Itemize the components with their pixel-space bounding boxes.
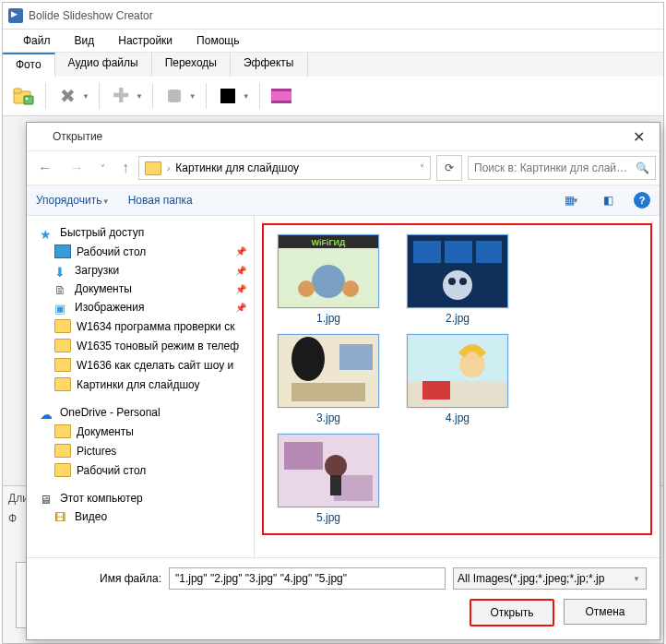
pc-icon: 🖥 [40,493,54,505]
nav-item-folder[interactable]: Документы [27,422,254,441]
dropdown-icon[interactable]: ▼ [82,92,89,101]
nav-item-desktop[interactable]: Рабочий стол📌 [27,242,254,261]
pin-icon: 📌 [235,246,246,256]
nav-item-downloads[interactable]: ⬇Загрузки📌 [27,261,254,280]
menu-help[interactable]: Помощь [185,32,250,49]
menubar: Файл Вид Настройки Помощь [3,30,663,53]
dialog-title: Открытие [53,130,102,143]
open-files-button[interactable] [10,82,38,110]
file-thumbnail [407,234,508,308]
nav-back-icon[interactable]: ← [30,156,60,180]
cancel-button[interactable]: Отмена [564,599,647,625]
folder-icon [54,358,71,372]
close-icon[interactable]: ✕ [625,128,652,146]
file-thumbnail: WiFiГИД [278,234,379,308]
nav-item-folder[interactable]: W1634 программа проверки ск [27,316,254,336]
dropdown-icon[interactable]: ▼ [243,92,250,101]
images-icon: ▣ [54,302,69,314]
file-grid: WiFiГИД 1.jpg 2.jpg 3.jpg [262,223,652,535]
nav-recent-icon[interactable]: ˅ [93,160,113,177]
svg-point-10 [312,265,345,298]
nav-item-video[interactable]: 🎞Видео [27,507,254,526]
svg-rect-16 [476,241,502,263]
nav-item-folder[interactable]: Картинки для слайдшоу [27,375,254,394]
cloud-icon: ☁ [40,407,54,419]
svg-rect-5 [271,89,291,91]
square-button[interactable] [161,82,188,110]
nav-quick-access[interactable]: ★ Быстрый доступ [27,223,254,242]
svg-rect-29 [284,442,323,470]
dialog-toolbar: Упорядочить ▼ Новая папка ▦ ▼ ◧ ? [27,185,660,216]
file-item[interactable]: 3.jpg [273,334,384,424]
search-input[interactable]: Поиск в: Картинки для слай… 🔍 [468,156,656,180]
address-bar[interactable]: › Картинки для слайдшоу ˅ [138,156,431,180]
file-item[interactable]: WiFiГИД 1.jpg [273,234,384,325]
path-segment[interactable]: Картинки для слайдшоу [175,161,299,174]
organize-button[interactable]: Упорядочить ▼ [36,194,112,207]
svg-point-3 [26,98,29,101]
file-name: 3.jpg [316,411,340,424]
open-button[interactable]: Открыть [470,599,554,626]
file-item[interactable]: 2.jpg [402,234,513,325]
delete-button[interactable]: ✖ [54,82,81,110]
svg-rect-2 [24,96,33,104]
tab-effects[interactable]: Эффекты [231,53,308,77]
dialog-footer: Имя файла: All Images(*.jpg;*.jpeg;*.jp;… [27,557,660,639]
add-button[interactable]: ✚ [107,82,135,110]
video-icon: 🎞 [54,511,69,523]
pin-icon: 📌 [235,266,246,276]
nav-item-images[interactable]: ▣Изображения📌 [27,298,254,316]
star-icon: ★ [40,227,54,239]
nav-item-folder[interactable]: Рабочий стол [27,460,254,480]
nav-item-documents[interactable]: 🗎Документы📌 [27,280,254,298]
app-title: Bolide Slideshow Creator [29,9,153,22]
chevron-down-icon[interactable]: ˅ [420,163,424,173]
nav-onedrive[interactable]: ☁ OneDrive - Personal [27,403,254,422]
svg-point-12 [342,280,359,297]
search-icon: 🔍 [636,161,649,174]
file-thumbnail [278,334,379,408]
filename-input[interactable] [169,567,446,590]
menu-view[interactable]: Вид [64,32,106,49]
file-pane: WiFiГИД 1.jpg 2.jpg 3.jpg [255,216,660,557]
refresh-button[interactable]: ⟳ [436,155,462,181]
file-item[interactable]: 4.jpg [402,334,513,424]
dropdown-icon[interactable]: ▼ [136,92,143,101]
file-item[interactable]: 5.jpg [273,434,384,524]
file-name: 2.jpg [446,312,470,325]
color-button[interactable] [214,82,242,110]
tab-audio[interactable]: Аудио файлы [55,53,152,77]
preview-pane-button[interactable]: ◧ [599,191,617,209]
nav-item-folder[interactable]: Pictures [27,441,254,460]
download-icon: ⬇ [54,265,69,277]
svg-rect-15 [445,241,472,263]
file-name: 1.jpg [316,312,340,325]
svg-point-18 [448,278,456,285]
nav-forward-icon[interactable]: → [62,156,91,180]
nav-this-pc[interactable]: 🖥 Этот компьютер [27,489,254,507]
chevron-down-icon: ▼ [572,197,579,205]
app-icon [8,8,23,23]
tabbar: Фото Аудио файлы Переходы Эффекты [3,53,663,77]
svg-rect-32 [330,475,341,495]
nav-item-folder[interactable]: W1636 как сделать сайт шоу и [27,355,254,375]
file-type-filter[interactable]: All Images(*.jpg;*.jpeg;*.jp;*.jp ▼ [453,567,647,590]
help-icon[interactable]: ? [634,192,650,209]
titlebar: Bolide Slideshow Creator [3,3,663,30]
tab-photo[interactable]: Фото [3,53,55,77]
view-mode-button[interactable]: ▦ ▼ [564,191,582,209]
chevron-down-icon: ▼ [633,575,640,583]
chevron-right-icon: › [167,163,170,173]
dropdown-icon[interactable]: ▼ [189,92,196,101]
folder-icon [54,339,71,352]
folder-icon [54,463,71,477]
nav-item-folder[interactable]: W1635 тоновый режим в телеф [27,336,254,355]
menu-file[interactable]: Файл [12,32,62,49]
svg-rect-6 [271,101,291,103]
dialog-icon [34,130,47,143]
tab-transitions[interactable]: Переходы [152,53,231,77]
film-button[interactable] [268,82,295,110]
nav-up-icon[interactable]: ↑ [114,156,137,180]
new-folder-button[interactable]: Новая папка [128,194,193,207]
menu-settings[interactable]: Настройки [107,32,184,49]
